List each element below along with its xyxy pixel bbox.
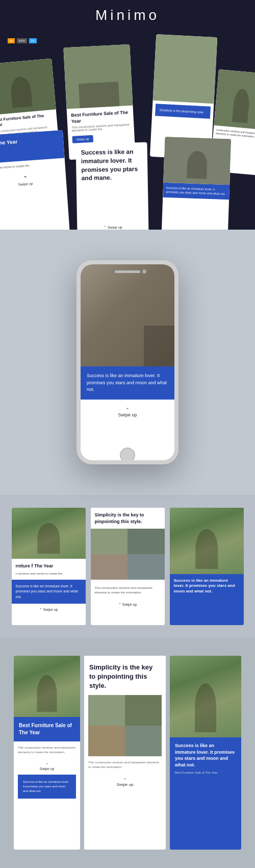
mc3-image	[170, 508, 244, 574]
card-bottom-center: Success is like an immature lover. It pr…	[75, 142, 148, 230]
mc2-grid-cell-1	[91, 529, 128, 554]
card-center-text: Thin construction sections and transpare…	[71, 123, 130, 132]
card-far-left-image	[0, 59, 56, 115]
mc3-body: Success is like an immature lover. It pr…	[170, 574, 244, 598]
mc1-title: rniture f The Year	[16, 563, 82, 569]
card-rt-blue-box: Simplicity is the pinpointing style.	[155, 104, 211, 119]
card-center-swipe[interactable]: Swipe up	[72, 135, 93, 143]
phone-blue-text: Success is like an immature lover. It pr…	[87, 373, 168, 393]
card-rt-blue-text: Simplicity is the pinpointing style.	[159, 108, 206, 115]
bc3-blue-bg: Success is like an immature lover. It pr…	[170, 656, 241, 850]
bottom-card-3: Success is like an immature lover. It pr…	[170, 656, 241, 850]
bc1-swipe[interactable]: ⌃ Swipe up	[14, 759, 80, 775]
card-bc-title: Success is like an immature lover. It pr…	[81, 147, 143, 183]
phone-swipe-up[interactable]: ⌃ Swipe up	[81, 400, 174, 425]
three-col-card-2: Simplicity is the key to pinpointing thi…	[91, 508, 165, 625]
mc1-body: rniture f The Year n sections and ments …	[12, 559, 86, 580]
phone-section: Success is like an immature lover. It pr…	[0, 230, 255, 495]
mc2-text: Thin construction sections and transpare…	[95, 586, 161, 594]
card-bottom-left: iture ne Year ections and ments to creat…	[0, 130, 70, 230]
bc2-gc1	[88, 695, 125, 726]
mc1-image	[12, 508, 86, 559]
bc2-swipe-arrow: ⌃	[123, 778, 127, 782]
mc1-text: n sections and ments to create the	[16, 572, 82, 576]
card-bl-text: ections and ments to create the	[0, 161, 62, 171]
eps-badge: EPS	[17, 38, 27, 43]
mc2-title: Simplicity is the key to pinpointing thi…	[95, 512, 161, 525]
bc2-main-title: Simplicity is the key to pinpointing thi…	[84, 656, 166, 695]
bc2-gc3	[88, 726, 125, 756]
swipe-arrow-icon	[0, 172, 66, 187]
bc3-text: Best Furniture Sale of The Year	[175, 771, 236, 775]
mc2-grid-cell-3	[91, 554, 128, 580]
swipe-up-arrow-icon: ⌃	[104, 226, 107, 229]
app-title: Minimo	[95, 7, 160, 23]
bc2-body: Thin construction sections and transpare…	[84, 756, 166, 774]
phone-blue-box: Success is like an immature lover. It pr…	[81, 366, 174, 400]
bottom-card-1: Best Furniture Sale of The Year Thin con…	[14, 656, 80, 850]
card-fr-image	[214, 69, 255, 130]
bottom-collage-section: Best Furniture Sale of The Year Thin con…	[0, 638, 255, 867]
card-brt-blue-banner: Success is like an immature lover. It pr…	[163, 183, 230, 200]
card-center-body: Best Furniture Sale of The Year Thin con…	[67, 106, 135, 148]
card-bl-title: iture ne Year	[0, 135, 58, 147]
bc1-text: Thin construction sections and transpare…	[18, 746, 76, 755]
bc3-body: Success is like an immature lover. It pr…	[170, 737, 241, 780]
bc1-swipe-arrow: ⌃	[45, 763, 48, 766]
phone-img-overlay	[144, 326, 174, 366]
three-col-section: rniture f The Year n sections and ments …	[0, 495, 255, 638]
phone-screen: Success is like an immature lover. It pr…	[81, 264, 174, 460]
mc2-grid	[91, 529, 165, 580]
mc2-body: Simplicity is the key to pinpointing thi…	[91, 508, 165, 529]
card-brt-image	[163, 137, 231, 185]
mc2-swipe-arrow: ⌃	[118, 603, 121, 606]
mc2-body2: Thin construction sections and transpare…	[91, 580, 165, 599]
bc2-text: Thin construction sections and transpare…	[88, 760, 162, 770]
mc3-title: Success is like an immature lover. It pr…	[174, 578, 240, 594]
mc2-swipe[interactable]: ⌃ Swipe up	[91, 599, 165, 611]
bc2-gc2	[125, 695, 162, 726]
phone-home-button[interactable]	[120, 448, 135, 463]
bc1-body: Thin construction sections and transpare…	[14, 741, 80, 759]
ai-badge: Ai	[8, 38, 15, 43]
card-bc-swipe[interactable]: ⌃ Swipe up	[104, 226, 122, 230]
card-brt-blue-text: Success is like an immature lover. It pr…	[166, 186, 226, 196]
bc2-swipe[interactable]: ⌃ Swipe up	[84, 774, 166, 791]
phone-screen-image	[81, 264, 174, 366]
card-center-image	[63, 44, 133, 109]
card-bl-swipe[interactable]: Swipe up	[0, 172, 66, 189]
mc1-swipe[interactable]: ⌃ Swipe up	[12, 604, 86, 616]
phone-swipe-arrow-icon: ⌃	[125, 407, 130, 412]
card-center-title: Best Furniture Sale of The Year	[71, 110, 130, 125]
card-rt-image	[153, 34, 218, 104]
header-bar: Minimo	[0, 0, 255, 31]
software-badges: Ai EPS Ps	[8, 38, 37, 43]
bc1-image	[14, 656, 80, 717]
phone-device: Success is like an immature lover. It pr…	[76, 260, 178, 464]
bc1-title: Best Furniture Sale of The Year	[19, 722, 75, 736]
ps-badge: Ps	[29, 38, 37, 43]
bottom-card-2: Simplicity is the key to pinpointing thi…	[84, 656, 166, 850]
mc1-blue-text: Success is like an immature lover. It pr…	[16, 584, 82, 600]
mc1-swipe-arrow: ⌃	[39, 608, 42, 611]
phone-speaker	[115, 270, 140, 273]
three-col-card-1: rniture f The Year n sections and ments …	[12, 508, 86, 625]
card-bc-body: Success is like an immature lover. It pr…	[75, 142, 148, 188]
bc1-blue-text2: Success is like an immature lover. It pr…	[23, 780, 71, 793]
top-collage-section: Ai EPS Ps Best Furniture Sale of The Yea…	[0, 31, 255, 230]
bc2-grid	[88, 695, 162, 756]
mc2-grid-cell-4	[128, 554, 165, 580]
three-col-card-3: Success is like an immature lover. It pr…	[170, 508, 244, 625]
bc1-blue-header: Best Furniture Sale of The Year	[14, 717, 80, 741]
bc3-title: Success is like an immature lover. It pr…	[175, 742, 236, 768]
mc2-grid-cell-2	[128, 529, 165, 554]
bc3-image	[170, 656, 241, 737]
bc1-blue-box2: Success is like an immature lover. It pr…	[18, 775, 76, 799]
phone-camera	[142, 269, 146, 274]
card-bottom-right: Success is like an immature lover. It pr…	[162, 137, 232, 230]
bc2-gc4	[125, 726, 162, 756]
mc1-blue-box: Success is like an immature lover. It pr…	[12, 580, 86, 604]
